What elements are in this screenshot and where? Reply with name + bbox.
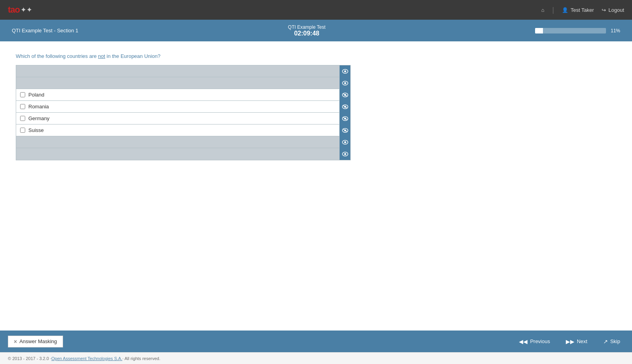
answer-cell-6: Suisse <box>16 125 339 135</box>
svg-line-15 <box>343 129 348 132</box>
header-bar: QTI Example Test - Section 1 QTI Example… <box>0 20 632 41</box>
mask-toggle-3[interactable] <box>339 89 350 101</box>
nav-divider: | <box>552 6 554 14</box>
answer-row-4: Romania <box>16 101 350 113</box>
copyright-text: © 2013 - 2017 - 3.2.0 · <box>8 356 51 361</box>
answer-cell-4: Romania <box>16 102 339 111</box>
next-label: Next <box>577 338 587 344</box>
svg-point-17 <box>344 141 346 143</box>
svg-line-6 <box>343 93 348 97</box>
answer-cell-5: Germany <box>16 113 339 123</box>
header-center: QTI Example Test 02:09:48 <box>288 24 325 37</box>
svg-point-1 <box>344 70 346 72</box>
mask-toggle-5[interactable] <box>339 113 350 124</box>
answer-row-6: Suisse <box>16 124 350 136</box>
answer-label-suisse: Suisse <box>28 127 44 133</box>
mask-toggle-7[interactable] <box>339 136 350 148</box>
answer-label-germany: Germany <box>28 115 49 121</box>
progress-percent: 11% <box>611 28 620 33</box>
skip-icon: ↗ <box>603 338 608 345</box>
answer-row-8 <box>16 148 350 160</box>
eye-icon-1 <box>342 69 348 74</box>
home-icon: ⌂ <box>541 7 545 13</box>
answer-row-5: Germany <box>16 113 350 124</box>
answer-cell-2 <box>16 81 339 85</box>
eye-icon-8 <box>342 152 348 156</box>
eye-icon-7 <box>342 140 348 145</box>
mask-toggle-2[interactable] <box>339 77 350 89</box>
eye-icon-3 <box>342 93 348 97</box>
question-prefix: Which of the following countries are <box>16 53 98 59</box>
progress-bar <box>535 28 606 33</box>
header-right: 11% <box>535 28 620 33</box>
bottom-bar: × Answer Masking ◀◀ Previous ▶▶ Next ↗ S… <box>0 331 632 352</box>
skip-label: Skip <box>610 338 620 344</box>
logout-label: Logout <box>608 7 624 13</box>
logo-text: tao <box>8 5 20 15</box>
next-icon: ▶▶ <box>566 338 574 345</box>
mask-toggle-1[interactable] <box>339 65 350 77</box>
home-button[interactable]: ⌂ <box>541 7 545 13</box>
answer-cell-7 <box>16 140 339 144</box>
answer-label-poland: Poland <box>28 92 44 98</box>
eye-icon-4 <box>342 104 348 109</box>
answer-row-3: Poland <box>16 89 350 101</box>
answer-masking-button[interactable]: × Answer Masking <box>8 336 63 347</box>
test-name: QTI Example Test <box>288 24 325 30</box>
masking-x-icon: × <box>14 338 17 345</box>
svg-point-3 <box>344 82 346 84</box>
previous-button[interactable]: ◀◀ Previous <box>515 336 554 347</box>
top-nav-right: ⌂ | 👤 Test Taker ↪ Logout <box>541 6 624 14</box>
progress-bar-fill <box>535 28 543 33</box>
eye-icon-5 <box>342 116 348 121</box>
bottom-right: ◀◀ Previous ▶▶ Next ↗ Skip <box>515 336 624 347</box>
question-text: Which of the following countries are not… <box>16 53 616 59</box>
checkbox-suisse[interactable] <box>20 128 25 133</box>
skip-button[interactable]: ↗ Skip <box>599 336 624 347</box>
eye-icon-6 <box>342 128 348 133</box>
answer-table: Poland Romania Germany <box>16 65 351 160</box>
timer: 02:09:48 <box>288 30 325 37</box>
masking-label: Answer Masking <box>19 338 57 344</box>
answer-row-7 <box>16 136 350 148</box>
logo-icon: ✦✦ <box>20 6 32 14</box>
main-content: Which of the following countries are not… <box>0 41 632 331</box>
logo: tao ✦✦ <box>8 5 32 15</box>
previous-icon: ◀◀ <box>519 338 528 345</box>
answer-label-romania: Romania <box>28 104 49 110</box>
svg-point-19 <box>344 153 346 155</box>
user-profile-button[interactable]: 👤 Test Taker <box>562 7 594 13</box>
checkbox-poland[interactable] <box>20 92 25 97</box>
answer-cell-3: Poland <box>16 90 339 100</box>
mask-toggle-8[interactable] <box>339 148 350 160</box>
footer: © 2013 - 2017 - 3.2.0 · Open Assessment … <box>0 352 632 364</box>
mask-toggle-4[interactable] <box>339 101 350 113</box>
logout-icon: ↪ <box>602 7 606 13</box>
mask-toggle-6[interactable] <box>339 124 350 136</box>
footer-suffix: · All rights reserved. <box>122 356 160 361</box>
footer-link[interactable]: Open Assessment Technologies S.A. <box>51 356 122 361</box>
question-suffix: in the European Union? <box>105 53 160 59</box>
answer-cell-8 <box>16 152 339 156</box>
user-label: Test Taker <box>571 7 594 13</box>
bottom-left: × Answer Masking <box>8 336 63 347</box>
user-icon: 👤 <box>562 7 568 13</box>
checkbox-romania[interactable] <box>20 104 25 109</box>
answer-row-2 <box>16 77 350 89</box>
previous-label: Previous <box>530 338 550 344</box>
next-button[interactable]: ▶▶ Next <box>562 336 591 347</box>
top-nav: tao ✦✦ ⌂ | 👤 Test Taker ↪ Logout <box>0 0 632 20</box>
logout-button[interactable]: ↪ Logout <box>602 7 624 13</box>
svg-line-9 <box>343 105 348 108</box>
section-title: QTI Example Test - Section 1 <box>12 28 78 33</box>
svg-line-12 <box>343 117 348 120</box>
answer-row-1 <box>16 65 350 77</box>
answer-cell-1 <box>16 69 339 73</box>
checkbox-germany[interactable] <box>20 116 25 121</box>
eye-icon-2 <box>342 81 348 85</box>
question-emphasis: not <box>98 53 105 59</box>
